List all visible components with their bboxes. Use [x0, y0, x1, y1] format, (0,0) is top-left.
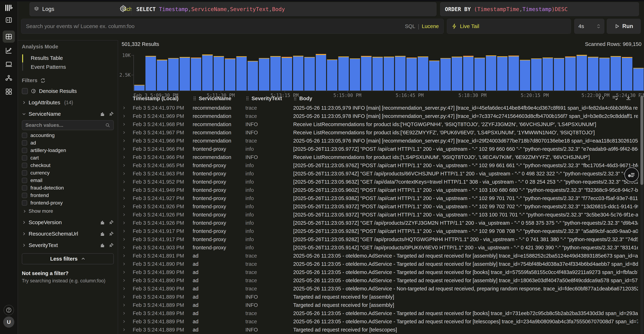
column-header-timestamp[interactable]: Timestamp (Local) [133, 96, 193, 101]
histogram-bar[interactable] [576, 55, 587, 91]
row-expand-chevron-icon[interactable] [122, 246, 133, 250]
row-expand-chevron-icon[interactable] [122, 254, 133, 258]
drag-handle-icon[interactable] [293, 96, 297, 101]
column-header-body[interactable]: Body [293, 96, 633, 101]
wrap-lines-icon[interactable] [612, 95, 618, 101]
histogram-bar[interactable] [202, 54, 212, 91]
histogram-bars[interactable] [134, 53, 644, 91]
histogram-bar[interactable] [293, 56, 304, 91]
mode-sql[interactable]: SQL [405, 23, 416, 29]
table-row[interactable]: Feb 3 5:24:41.965 PMfrontend-proxyinfo[2… [118, 161, 638, 169]
row-expand-chevron-icon[interactable] [122, 139, 133, 143]
service-checkbox-artillery-loadgen[interactable] [22, 148, 27, 153]
histogram-bar[interactable] [316, 54, 326, 91]
table-row[interactable]: Feb 3 5:24:41.917 PMfrontend-proxyinfo[2… [118, 227, 638, 235]
service-checkbox-frontend-proxy[interactable] [22, 200, 27, 206]
table-row[interactable]: Feb 3 5:24:41.890 PMadtrace2025-05-26 11… [118, 285, 638, 293]
histogram-bar[interactable] [134, 85, 144, 91]
table-row[interactable]: Feb 3 5:24:41.903 PMfrontend-proxyinfo[2… [118, 243, 638, 252]
order-by-editor[interactable]: ORDER BY ( TimestampTime , Timestamp ) D… [440, 2, 639, 16]
run-button[interactable]: Run [607, 19, 641, 34]
histogram-bar[interactable] [248, 61, 258, 91]
service-value-search-input[interactable]: Search values... [22, 120, 114, 130]
histogram-bar[interactable] [406, 57, 417, 91]
service-option-fraud-detection[interactable]: fraud-detection [22, 184, 114, 192]
pin-icon[interactable] [109, 231, 114, 236]
less-filters-button[interactable]: Less filters [22, 253, 114, 264]
row-expand-chevron-icon[interactable] [122, 196, 133, 200]
row-expand-chevron-icon[interactable] [122, 131, 133, 135]
service-option-cart[interactable]: cart [22, 154, 114, 162]
mode-results-table[interactable]: Results Table [26, 54, 114, 62]
row-expand-chevron-icon[interactable] [122, 155, 133, 159]
table-row[interactable]: Feb 3 5:24:41.917 PMfrontend-proxyinfo[2… [118, 235, 638, 243]
service-option-frontend[interactable]: frontend [22, 192, 114, 199]
table-scrollbar-thumb[interactable] [640, 96, 643, 185]
show-more-button[interactable]: Show more [22, 208, 114, 214]
service-checkbox-email[interactable] [22, 178, 27, 183]
histogram-bar[interactable] [633, 68, 644, 91]
filter-group-servicename[interactable]: ServiceName [22, 111, 114, 117]
service-checkbox-frontend[interactable] [22, 193, 27, 198]
histogram-bar[interactable] [542, 57, 553, 91]
row-expand-chevron-icon[interactable] [122, 114, 133, 118]
histogram-bar[interactable] [452, 57, 462, 91]
table-row[interactable]: Feb 3 5:24:41.966 PMrecommendationINFORe… [118, 153, 638, 161]
row-expand-chevron-icon[interactable] [122, 188, 133, 192]
search-terminal-icon[interactable] [5, 16, 12, 23]
filter-group-scopeversion[interactable]: ScopeVersion [22, 219, 114, 225]
histogram-bar[interactable] [531, 58, 542, 91]
interval-select[interactable]: 4s [574, 19, 604, 34]
pin-icon[interactable] [109, 243, 114, 248]
table-row[interactable]: Feb 3 5:24:41.926 PMfrontend-proxyinfo[2… [118, 219, 638, 227]
table-row[interactable]: Feb 3 5:24:41.926 PMfrontend-proxyinfo[2… [118, 211, 638, 219]
denoise-checkbox[interactable] [22, 88, 28, 94]
query-language-toggle[interactable]: SQL | Lucene [405, 23, 439, 30]
row-expand-chevron-icon[interactable] [122, 172, 133, 175]
service-option-artillery-loadgen[interactable]: artillery-loadgen [22, 147, 114, 154]
histogram-bar[interactable] [429, 61, 440, 91]
row-expand-chevron-icon[interactable] [122, 287, 133, 291]
table-options-fab[interactable] [624, 167, 639, 182]
row-expand-chevron-icon[interactable] [122, 311, 133, 315]
table-row[interactable]: Feb 3 5:24:41.967 PMrecommendationINFORe… [118, 128, 638, 137]
filter-group-severitytext[interactable]: SeverityText [22, 242, 114, 248]
histogram-bar[interactable] [588, 57, 598, 91]
histogram-bar[interactable] [327, 59, 338, 91]
histogram-bar[interactable] [486, 55, 496, 91]
column-header-servicename[interactable]: ServiceName [193, 96, 246, 101]
histogram-bar[interactable] [384, 57, 394, 91]
row-expand-chevron-icon[interactable] [122, 303, 133, 307]
histogram-bar[interactable] [270, 56, 281, 91]
table-row[interactable]: Feb 3 5:24:41.890 PMadtrace2025-05-26 11… [118, 276, 638, 285]
refresh-icon[interactable] [40, 78, 46, 83]
histogram-bar[interactable] [508, 56, 519, 91]
row-expand-chevron-icon[interactable] [122, 262, 133, 266]
histogram-bar[interactable] [622, 57, 632, 91]
table-row[interactable]: Feb 3 5:24:41.970 PMrecommendationtrace2… [118, 104, 638, 112]
denoise-results-row[interactable]: Denoise Results [22, 88, 114, 94]
service-checkbox-cart[interactable] [22, 155, 27, 161]
drag-handle-icon[interactable] [193, 96, 196, 101]
table-row[interactable]: Feb 3 5:24:41.966 PMrecommendationtrace2… [118, 137, 638, 145]
client-sessions-icon[interactable] [5, 61, 12, 68]
service-checkbox-fraud-detection[interactable] [22, 185, 27, 190]
bar-chart-icon[interactable] [100, 231, 105, 236]
select-clause-editor[interactable]: SELECT Timestamp , ServiceName , Severit… [132, 2, 436, 16]
histogram-bar[interactable] [304, 57, 315, 91]
service-option-currency[interactable]: currency [22, 169, 114, 177]
help-button[interactable] [4, 305, 14, 315]
drag-handle-icon[interactable] [246, 96, 249, 101]
histogram-bar[interactable] [146, 56, 156, 91]
table-row[interactable]: Feb 3 5:24:41.949 PMfrontend-proxyinfo[2… [118, 186, 638, 194]
histogram-bar[interactable] [168, 58, 178, 91]
table-row[interactable]: Feb 3 5:24:41.969 PMrecommendationtrace2… [118, 112, 638, 120]
service-option-ad[interactable]: ad [22, 139, 114, 147]
service-option-checkout[interactable]: checkout [22, 162, 114, 169]
table-row[interactable]: Feb 3 5:24:41.890 PMadtrace2025-05-26 11… [118, 268, 638, 276]
histogram-bar[interactable] [236, 56, 247, 91]
histogram-bar[interactable] [350, 58, 360, 91]
table-row[interactable]: Feb 3 5:24:41.891 PMadtrace2025-05-26 11… [118, 252, 638, 260]
bar-chart-icon[interactable] [100, 111, 105, 117]
table-row[interactable]: Feb 3 5:24:41.968 PMrecommendationINFORe… [118, 120, 638, 128]
